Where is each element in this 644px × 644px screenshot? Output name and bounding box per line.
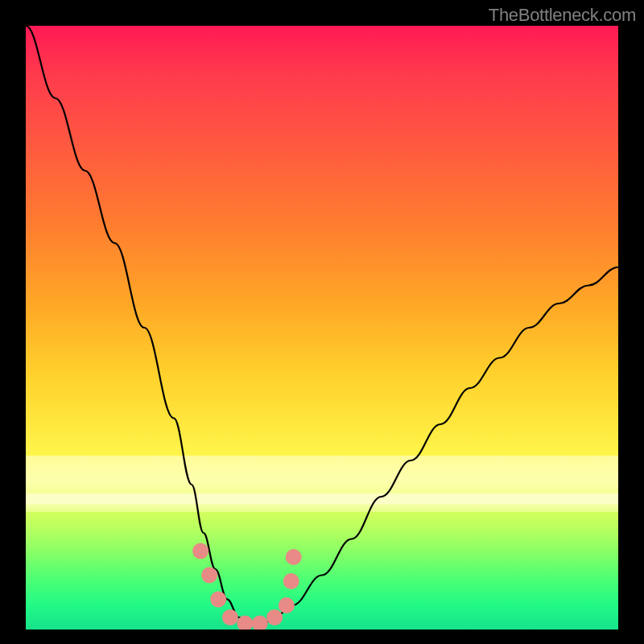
marker-bead bbox=[210, 592, 226, 608]
curve-layer bbox=[26, 26, 618, 630]
marker-bead bbox=[266, 609, 283, 625]
marker-bead bbox=[222, 609, 238, 625]
marker-bead bbox=[283, 573, 299, 589]
bottleneck-curve bbox=[26, 26, 618, 624]
marker-bead bbox=[279, 597, 295, 613]
marker-bead bbox=[192, 543, 208, 559]
watermark-text: TheBottleneck.com bbox=[489, 5, 636, 26]
marker-beads bbox=[192, 543, 302, 630]
marker-bead bbox=[252, 616, 268, 630]
chart-frame: TheBottleneck.com bbox=[0, 0, 644, 644]
plot-area bbox=[26, 26, 618, 630]
marker-bead bbox=[286, 549, 302, 565]
marker-bead bbox=[201, 568, 217, 584]
